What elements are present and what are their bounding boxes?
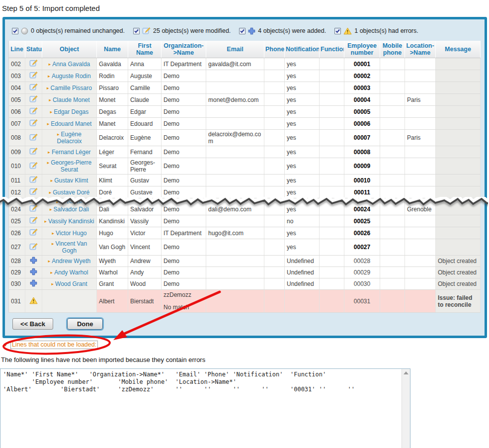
errors-checkbox[interactable] bbox=[334, 28, 341, 34]
warning-icon bbox=[343, 27, 352, 35]
orange-bullet-icon: ▸ bbox=[49, 97, 51, 102]
cell-line: 027 bbox=[9, 239, 25, 256]
warning-icon bbox=[29, 297, 38, 304]
cell-organization: Demo bbox=[162, 158, 206, 175]
object-link[interactable]: Gustave bbox=[60, 198, 82, 203]
cell-first-name: Gustave bbox=[128, 186, 162, 198]
object-link[interactable]: Andrew Wyeth bbox=[52, 258, 90, 265]
object-link[interactable]: Eugène Delacroix bbox=[57, 131, 82, 145]
cell-function bbox=[320, 290, 344, 313]
orange-bullet-icon: ▸ bbox=[48, 74, 50, 79]
cell-object: ▸Claude Monet bbox=[42, 94, 97, 106]
cell-status bbox=[25, 267, 42, 278]
cell-employee-number: 00025 bbox=[344, 215, 380, 227]
object-link[interactable]: Camille Pissaro bbox=[51, 85, 92, 91]
cell-line: 009 bbox=[9, 146, 25, 158]
cell-location bbox=[405, 146, 436, 158]
cell-location bbox=[405, 106, 436, 118]
orange-bullet-icon: ▸ bbox=[52, 231, 54, 236]
column-header: Line bbox=[9, 41, 25, 58]
cell-object: ▸Auguste Rodin bbox=[42, 70, 97, 82]
object-link[interactable]: Claude Monet bbox=[53, 96, 90, 103]
organization-value: Demo bbox=[163, 96, 204, 103]
import-table-wrap: LineStatusObjectNameFirst NameOrganizati… bbox=[8, 41, 481, 313]
cell-name: Klimt bbox=[97, 175, 128, 186]
table-row: 026▸Victor HugoHugoVictorIT Departmenthu… bbox=[9, 227, 481, 239]
modified-checkbox[interactable] bbox=[133, 28, 140, 34]
added-checkbox[interactable] bbox=[239, 28, 245, 34]
cell-object: ▸Vincent Van Gogh bbox=[42, 239, 97, 256]
cell-location bbox=[405, 82, 436, 94]
raw-lines-text[interactable]: 'Name*' 'First Name*' 'Organization->Nam… bbox=[0, 369, 402, 448]
orange-bullet-icon: ▸ bbox=[49, 190, 52, 195]
cell-object: ▸Gustave Doré bbox=[42, 186, 97, 198]
cell-mobile-phone bbox=[380, 239, 405, 256]
cell-phone bbox=[264, 203, 285, 215]
cell-status bbox=[25, 256, 42, 267]
object-link[interactable]: Salvador Dali bbox=[54, 206, 89, 213]
cell-object: ▸Wood Grant bbox=[42, 278, 97, 290]
object-link[interactable]: Georges-Pierre Seurat bbox=[51, 159, 91, 173]
cell-employee-number: 00002 bbox=[344, 70, 380, 82]
scroll-up-icon[interactable] bbox=[404, 371, 408, 374]
cell-first-name: Auguste bbox=[128, 70, 162, 82]
disclosure-triangle-icon[interactable]: ▼ bbox=[3, 342, 8, 348]
object-link[interactable]: Gustave Doré bbox=[53, 189, 89, 196]
unchanged-checkbox[interactable] bbox=[12, 28, 18, 34]
cell-function bbox=[320, 118, 344, 130]
object-link[interactable]: Anna Gavalda bbox=[52, 61, 90, 68]
cell-line: 007 bbox=[9, 118, 25, 130]
cell-status bbox=[25, 290, 42, 313]
cell-mobile-phone bbox=[380, 94, 405, 106]
cell-organization: Demo bbox=[162, 94, 206, 106]
cell-email: gavalda@it.com bbox=[206, 58, 264, 70]
cell-line: 008 bbox=[9, 130, 25, 146]
pencil-icon bbox=[29, 216, 38, 224]
column-header: Object bbox=[42, 41, 97, 58]
import-summary: 0 objects(s) remained unchanged. 25 obje… bbox=[8, 22, 481, 41]
organization-value: Demo bbox=[163, 73, 204, 80]
object-link[interactable]: Gustav Klimt bbox=[54, 177, 88, 184]
cell-organization: Demo bbox=[162, 186, 206, 198]
cell-line: 003 bbox=[9, 70, 25, 82]
cell-phone bbox=[264, 256, 285, 267]
object-link[interactable]: Victor Hugo bbox=[56, 230, 86, 237]
cell-first-name: Claude bbox=[128, 94, 162, 106]
object-link[interactable]: Edouard Manet bbox=[51, 120, 91, 127]
orange-bullet-icon: ▸ bbox=[51, 178, 53, 183]
raw-lines-scrollbar[interactable] bbox=[402, 369, 410, 448]
object-link[interactable]: Andy Warhol bbox=[54, 269, 88, 276]
object-link[interactable]: Edgar Degas bbox=[54, 108, 88, 115]
cell-mobile-phone bbox=[380, 203, 405, 215]
table-row: 006▸Edgar DegasDegasEdgarDemoyes00005 bbox=[9, 106, 481, 118]
table-row: 005▸Claude MonetMonetClaudeDemomonet@dem… bbox=[9, 94, 481, 106]
cell-status bbox=[25, 146, 42, 158]
pencil-icon bbox=[29, 187, 38, 195]
object-link[interactable]: Auguste Rodin bbox=[52, 73, 91, 80]
cell-message bbox=[436, 146, 481, 158]
object-link[interactable]: Wood Grant bbox=[55, 280, 87, 287]
organization-value: Demo bbox=[163, 258, 204, 265]
cell-object: ▸Vassily Kandinski bbox=[42, 215, 97, 227]
cell-status bbox=[25, 227, 42, 239]
object-link[interactable]: Fernand Léger bbox=[52, 149, 91, 156]
back-button[interactable]: << Back bbox=[12, 318, 53, 330]
cell-first-name: Eugène bbox=[128, 130, 162, 146]
cell-status bbox=[25, 215, 42, 227]
lines-not-loaded-link[interactable]: Lines that could not be loaded: bbox=[10, 341, 98, 349]
object-link[interactable]: Vincent Van Gogh bbox=[55, 240, 87, 254]
cell-organization: Demo bbox=[162, 215, 206, 227]
done-button[interactable]: Done bbox=[67, 318, 103, 330]
cell-phone bbox=[264, 94, 285, 106]
object-link[interactable]: Vassily Kandinski bbox=[48, 218, 94, 225]
cell-organization: Demo bbox=[162, 130, 206, 146]
cell-message: Object created bbox=[436, 267, 481, 278]
cell-employee-number: 00011 bbox=[344, 186, 380, 198]
cell-function bbox=[320, 94, 344, 106]
cell-first-name: Salvador bbox=[128, 203, 162, 215]
cell-email bbox=[206, 215, 264, 227]
cell-line: 031 bbox=[9, 290, 25, 313]
cell-name: Albert bbox=[97, 290, 128, 313]
column-header: First Name bbox=[128, 41, 162, 58]
pencil-icon bbox=[29, 119, 38, 127]
